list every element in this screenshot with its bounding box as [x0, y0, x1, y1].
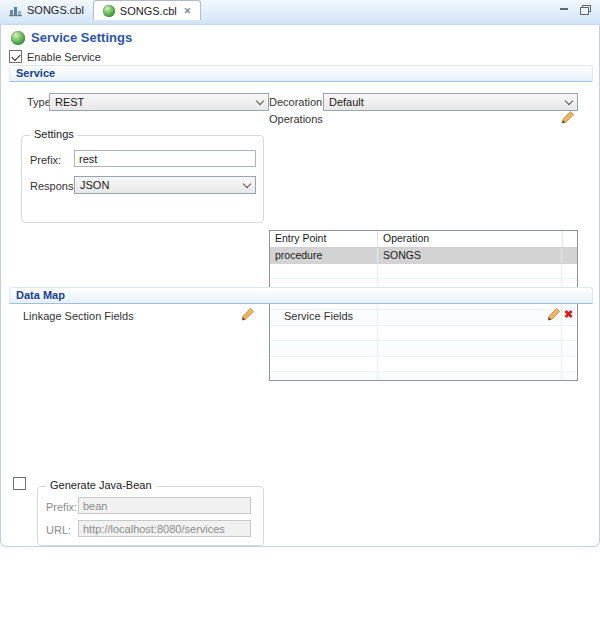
response-dropdown[interactable]: JSON	[74, 176, 256, 194]
bean-url-input	[78, 520, 251, 537]
bean-url-label: URL:	[46, 524, 71, 536]
enable-service-label: Enable Service	[27, 51, 101, 63]
operations-table-row[interactable]	[270, 264, 577, 280]
settings-group-title: Settings	[30, 128, 78, 140]
prefix-input[interactable]	[74, 150, 256, 167]
operations-table: Entry Point Operation procedure SONGS	[269, 230, 578, 381]
chevron-down-icon	[256, 96, 264, 104]
tab-label: SONGS.cbl	[120, 5, 177, 17]
service-globe-icon	[11, 31, 25, 45]
bean-prefix-input	[78, 497, 251, 514]
cobol-file-icon	[9, 4, 22, 17]
restore-icon[interactable]	[579, 4, 590, 14]
page-title: Service Settings	[31, 30, 132, 45]
service-globe-icon	[103, 5, 115, 17]
edit-pencil-icon[interactable]	[561, 110, 575, 124]
settings-group: Settings Prefix: Response: JSON	[21, 135, 264, 223]
edit-pencil-icon[interactable]	[547, 307, 561, 321]
operations-table-row[interactable]	[270, 372, 577, 380]
tab-songs-cbl-source[interactable]: SONGS.cbl	[0, 0, 93, 20]
close-tab-icon[interactable]: ✕	[184, 6, 192, 16]
enable-service-checkbox[interactable]	[9, 50, 22, 63]
operations-table-row[interactable]	[270, 326, 577, 342]
response-value: JSON	[80, 179, 109, 191]
bean-prefix-label: Prefix:	[46, 501, 77, 513]
decoration-label: Decoration:	[269, 96, 325, 108]
service-settings-editor: Service Settings Enable Service Service …	[0, 24, 600, 547]
column-header-filler	[563, 231, 577, 247]
delete-cross-icon[interactable]: ✖	[564, 307, 573, 321]
linkage-fields-label: Linkage Section Fields	[23, 310, 134, 322]
operations-table-row[interactable]	[270, 357, 577, 373]
type-dropdown[interactable]: REST	[49, 93, 269, 111]
tab-songs-cbl-service[interactable]: SONGS.cbl ✕	[93, 0, 201, 20]
tab-label: SONGS.cbl	[27, 4, 84, 16]
prefix-label: Prefix:	[30, 154, 61, 166]
tab-bar: SONGS.cbl SONGS.cbl ✕	[0, 0, 600, 20]
chevron-down-icon	[565, 96, 573, 104]
generate-java-bean-checkbox[interactable]	[13, 477, 26, 490]
decoration-value: Default	[329, 96, 364, 108]
minimize-icon[interactable]	[559, 4, 570, 14]
operations-table-row[interactable]: procedure SONGS	[270, 248, 577, 264]
editor-area: SONGS.cbl SONGS.cbl ✕ Service Settings E…	[0, 0, 600, 622]
decoration-dropdown[interactable]: Default	[323, 93, 578, 111]
data-map-section-header: Data Map	[9, 287, 593, 304]
service-section-header: Service	[9, 65, 593, 82]
java-bean-group-title: Generate Java-Bean	[46, 479, 156, 491]
operations-table-row[interactable]	[270, 341, 577, 357]
java-bean-group: Generate Java-Bean Prefix: URL:	[37, 486, 264, 546]
type-value: REST	[55, 96, 84, 108]
view-controls	[559, 4, 590, 14]
service-fields-label: Service Fields	[284, 310, 353, 322]
operations-table-header: Entry Point Operation	[270, 231, 577, 248]
column-header[interactable]: Entry Point	[270, 231, 378, 247]
edit-pencil-icon[interactable]	[241, 307, 255, 321]
column-header[interactable]: Operation	[378, 231, 563, 247]
operations-label: Operations	[269, 113, 323, 125]
chevron-down-icon	[243, 179, 251, 187]
